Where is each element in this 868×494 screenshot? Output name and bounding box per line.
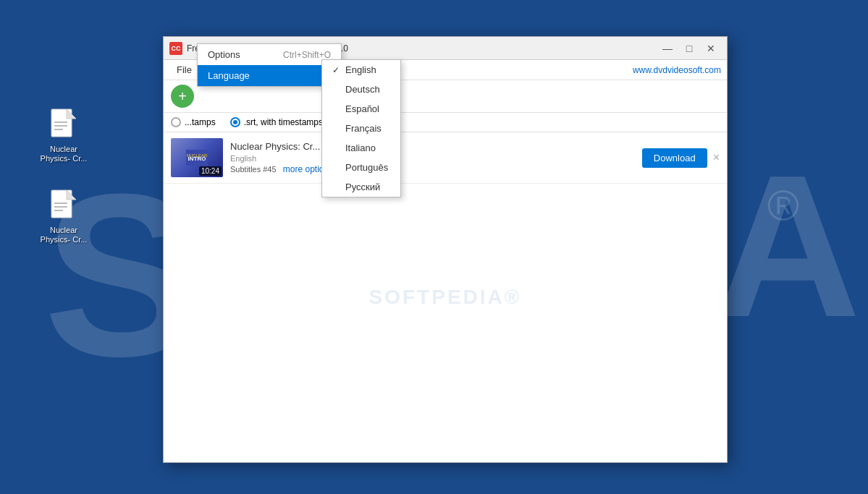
lang-item-francais[interactable]: Français [322, 119, 400, 138]
format-with-timestamps-label: .srt, with timestamps [244, 117, 323, 127]
svg-rect-1 [54, 122, 67, 123]
tools-options-item[interactable]: Options Ctrl+Shift+O [198, 44, 341, 65]
menu-file[interactable]: File [169, 61, 199, 78]
close-button[interactable]: ✕ [701, 41, 721, 56]
video-duration: 10:24 [199, 166, 222, 176]
download-button[interactable]: Download [642, 148, 707, 168]
desktop-bg-letter-a: A [715, 145, 861, 347]
desktop-icon-2-label: NuclearPhysics- Cr... [41, 226, 88, 244]
video-title: Nuclear Physics: Cr... [230, 141, 635, 152]
lang-label-francais: Français [345, 123, 382, 134]
language-dropdown: ✓EnglishDeutschEspañolFrançaisItalianoPo… [321, 59, 401, 197]
video-item: INTRO NUCLEAR 10:24 Nuclear Physics: Cr.… [164, 132, 727, 184]
lang-item-espanol[interactable]: Español [322, 99, 400, 119]
video-info: Nuclear Physics: Cr... English Subtitles… [223, 141, 642, 174]
add-button[interactable]: + [171, 85, 194, 108]
svg-rect-5 [54, 203, 67, 204]
maximize-button[interactable]: □ [679, 41, 699, 56]
lang-item-italiano[interactable]: Italiano [322, 138, 400, 158]
format-with-timestamps[interactable]: .srt, with timestamps [230, 117, 323, 127]
tools-dropdown: Options Ctrl+Shift+O Language ▶ [197, 43, 342, 87]
lang-label-italiano: Italiano [345, 142, 376, 153]
lang-label-english: English [345, 64, 376, 75]
tools-options-label: Options [208, 49, 240, 60]
close-item-button[interactable]: × [713, 152, 720, 163]
radio-with-timestamps [230, 117, 240, 127]
svg-text:NUCLEAR: NUCLEAR [187, 153, 208, 158]
lang-label-deutsch: Deutsch [345, 84, 380, 95]
tools-language-label: Language [208, 70, 250, 81]
video-subtitles-detail: Subtitles #45 [230, 165, 277, 174]
content-area: SOFTPEDIA® INTRO NUCLEAR 10:24 Nuclear P… [164, 132, 727, 462]
app-icon: CC [169, 42, 182, 55]
format-no-timestamps-label: ...tamps [185, 117, 216, 127]
svg-rect-2 [54, 125, 67, 127]
desktop-icon-2[interactable]: NuclearPhysics- Cr... [35, 188, 93, 244]
svg-rect-3 [54, 129, 63, 130]
svg-rect-7 [54, 210, 63, 211]
video-actions: Download × [642, 148, 720, 168]
svg-rect-6 [54, 206, 67, 208]
website-link[interactable]: www.dvdvideosoft.com [633, 65, 721, 75]
minimize-button[interactable]: — [657, 41, 678, 56]
title-bar-controls: — □ ✕ [657, 41, 721, 56]
radio-no-timestamps [171, 117, 181, 127]
tools-options-shortcut: Ctrl+Shift+O [283, 50, 331, 60]
lang-label-portugues: Português [345, 162, 388, 173]
watermark: SOFTPEDIA® [369, 286, 522, 309]
lang-item-deutsch[interactable]: Deutsch [322, 80, 400, 99]
file-icon-1 [49, 107, 78, 142]
video-subtitle-lang: English [230, 154, 635, 163]
lang-label-russian: Русский [345, 182, 380, 192]
tools-language-item[interactable]: Language ▶ [198, 65, 341, 86]
lang-label-espanol: Español [345, 103, 379, 114]
video-thumbnail: INTRO NUCLEAR 10:24 [171, 138, 223, 177]
format-no-timestamps[interactable]: ...tamps [171, 117, 216, 127]
desktop-icon-1[interactable]: NuclearPhysics- Cr... [35, 107, 93, 163]
desktop-registered-symbol: ® [767, 181, 799, 231]
lang-item-english[interactable]: ✓English [322, 60, 400, 80]
format-options: ...tamps .srt, with timestamps [164, 113, 727, 132]
app-window: CC Free YouTube Subtitles Download v. 1.… [163, 36, 728, 463]
lang-check-english: ✓ [332, 65, 341, 75]
file-icon-2 [49, 188, 78, 223]
lang-item-portugues[interactable]: Português [322, 158, 400, 177]
desktop-icon-1-label: NuclearPhysics- Cr... [41, 145, 88, 163]
lang-item-russian[interactable]: Русский [322, 177, 400, 197]
